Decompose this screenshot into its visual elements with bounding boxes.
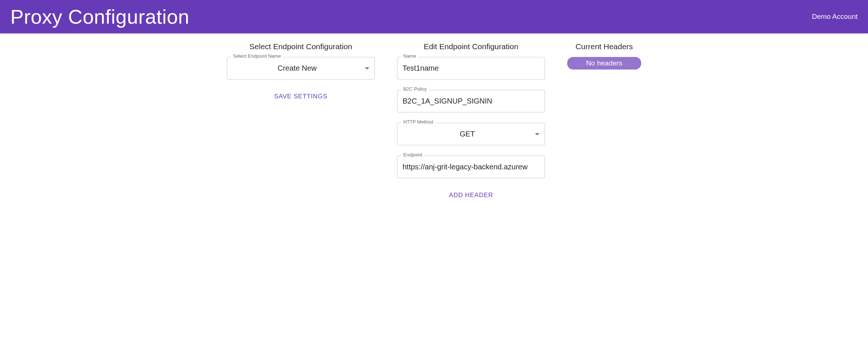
name-field-label: Name (401, 54, 418, 58)
select-section-title: Select Endpoint Configuration (249, 42, 352, 51)
add-header-button[interactable]: ADD HEADER (444, 189, 497, 202)
page-title: Proxy Configuration (10, 5, 189, 28)
edit-section-title: Edit Endpoint Configuration (424, 42, 518, 51)
endpoint-field-label: Endpoint (401, 152, 424, 157)
main-content: Select Endpoint Configuration Select End… (0, 33, 868, 217)
no-headers-chip: No headers (567, 57, 641, 70)
headers-section-title: Current Headers (575, 42, 633, 51)
save-settings-button[interactable]: SAVE SETTINGS (270, 90, 332, 103)
http-method-value[interactable]: GET (403, 130, 532, 138)
app-header: Proxy Configuration Demo Account (0, 0, 868, 33)
chevron-down-icon[interactable] (535, 133, 539, 135)
http-method-field[interactable]: HTTP Method GET (397, 123, 545, 145)
endpoint-input[interactable] (403, 163, 539, 171)
select-endpoint-column: Select Endpoint Configuration Select End… (227, 42, 375, 202)
account-link[interactable]: Demo Account (812, 13, 858, 21)
b2c-policy-input[interactable] (403, 97, 539, 105)
select-endpoint-field[interactable]: Select Endpoint Name Create New (227, 57, 375, 80)
current-headers-column: Current Headers No headers (567, 42, 641, 202)
edit-endpoint-column: Edit Endpoint Configuration Name B2C Pol… (397, 42, 545, 202)
b2c-policy-field-label: B2C Policy (401, 87, 429, 91)
http-method-field-label: HTTP Method (401, 119, 435, 124)
select-endpoint-label: Select Endpoint Name (231, 54, 283, 58)
name-field[interactable]: Name (397, 57, 545, 80)
chevron-down-icon[interactable] (365, 67, 369, 70)
endpoint-field[interactable]: Endpoint (397, 156, 545, 178)
b2c-policy-field[interactable]: B2C Policy (397, 90, 545, 112)
name-input[interactable] (403, 64, 539, 72)
select-endpoint-value[interactable]: Create New (232, 64, 362, 72)
